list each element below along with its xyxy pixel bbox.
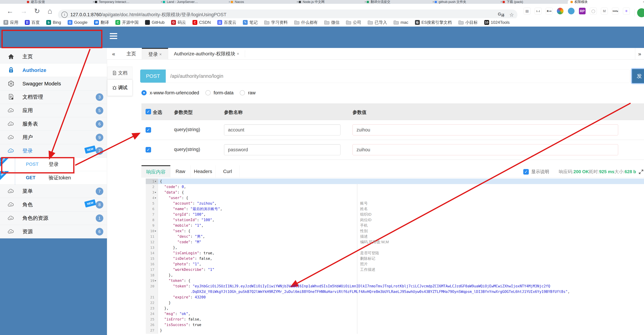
back-icon[interactable]: ← bbox=[6, 4, 14, 18]
sidebar-item-服务表[interactable]: API服务表6 bbox=[0, 117, 107, 131]
endpoint-item-post[interactable]: NEWPOST登录 bbox=[0, 158, 107, 171]
bookmark-item[interactable]: 已导入 bbox=[368, 20, 387, 25]
param-value-input[interactable]: zuihou bbox=[352, 124, 618, 136]
bookmark-item[interactable]: GitHub bbox=[145, 20, 164, 25]
radio-form-data[interactable] bbox=[206, 90, 210, 96]
bookmark-item[interactable]: 云百度云 bbox=[217, 20, 236, 25]
endpoint-item-get[interactable]: NEWGET验证token bbox=[0, 171, 107, 184]
json-viewer-icon[interactable]: {…} bbox=[535, 8, 542, 14]
menu-hamburger-icon[interactable] bbox=[110, 32, 117, 40]
o-ring-icon[interactable]: ◯ bbox=[590, 8, 597, 14]
bookmark-item[interactable]: ⠿应用 bbox=[4, 20, 18, 25]
response-tab-Headers[interactable]: Headers bbox=[190, 165, 216, 178]
fold-toggle-icon[interactable]: ▾ bbox=[155, 228, 156, 234]
select-all-checkbox[interactable]: ✓ bbox=[146, 109, 151, 114]
bookmark-item[interactable]: 什么都有 bbox=[294, 20, 318, 25]
page-capture-icon[interactable]: ▤ bbox=[524, 8, 530, 14]
tab-close-icon[interactable]: × bbox=[643, 0, 644, 4]
browser-tab[interactable]: 建言/反馈× bbox=[24, 0, 98, 4]
page-info-icon[interactable]: i bbox=[62, 12, 68, 18]
fold-toggle-icon[interactable]: ▾ bbox=[155, 195, 156, 200]
sidebar-item-应用[interactable]: API应用5 bbox=[0, 104, 107, 117]
bookmark-star-icon[interactable]: ☆ bbox=[509, 12, 514, 18]
forward-icon[interactable]: → bbox=[20, 4, 27, 18]
tabs-collapse-button[interactable]: « bbox=[112, 48, 115, 60]
response-tab-响应内容[interactable]: 响应内容 bbox=[142, 165, 170, 178]
response-tab-Raw[interactable]: Raw bbox=[170, 165, 190, 178]
bookmark-item[interactable]: mac bbox=[394, 20, 408, 25]
browser-tab[interactable]: Nacos× bbox=[228, 0, 301, 4]
sidebar-item-Swagger Models[interactable]: Swagger Models bbox=[0, 77, 107, 90]
home-icon[interactable]: ⌂ bbox=[48, 4, 52, 18]
bookmark-item[interactable]: 微信 bbox=[324, 20, 340, 25]
fold-toggle-icon[interactable]: ▾ bbox=[155, 278, 156, 284]
sidebar-item-资源[interactable]: API资源6 bbox=[0, 225, 107, 238]
sidebar-item-主页[interactable]: 主页 bbox=[0, 50, 107, 64]
chrome-extra-icon[interactable] bbox=[557, 8, 564, 14]
sidebar-item-角色[interactable]: API角色NEW8 bbox=[0, 198, 107, 212]
mode-tab-doc[interactable]: 文档 bbox=[107, 66, 132, 79]
radio-raw[interactable] bbox=[240, 90, 245, 96]
browser-tab[interactable]: Land - JumpServer…× bbox=[160, 0, 233, 4]
doc-tab-home[interactable]: 主页 bbox=[121, 48, 142, 60]
bookmark-item[interactable]: C开源中国 bbox=[116, 20, 138, 25]
doc-tab-close-icon[interactable]: × bbox=[159, 52, 162, 57]
bookmark-item[interactable]: ⧉ES搜索引擎文档 bbox=[415, 20, 452, 25]
sidebar-item-用户[interactable]: API用户9 bbox=[0, 131, 107, 144]
row-checkbox[interactable]: ✓ bbox=[146, 127, 151, 133]
translate-en-icon[interactable]: 英·en bbox=[546, 8, 552, 14]
translate-icon[interactable]: G译 bbox=[498, 12, 504, 18]
bookmark-item[interactable]: 学习资料 bbox=[264, 20, 288, 25]
mode-tab-debug[interactable]: 调试 bbox=[107, 79, 132, 96]
gitzip-icon[interactable]: GitZip bbox=[612, 8, 619, 14]
m-downloader-icon[interactable]: M bbox=[601, 8, 608, 14]
browser-tab[interactable]: 翻译分流提交× bbox=[364, 0, 437, 4]
param-value-input[interactable]: zuihou bbox=[352, 144, 618, 155]
profile-avatar[interactable] bbox=[637, 8, 644, 17]
show-description-checkbox[interactable]: ✓ bbox=[523, 169, 529, 174]
param-name-input[interactable]: account bbox=[224, 124, 340, 136]
browser-tab[interactable]: github push 文件夹× bbox=[432, 0, 505, 4]
sidebar-item-文档管理[interactable]: 文档管理3 bbox=[0, 90, 107, 104]
bookmark-item[interactable]: CCSDN bbox=[192, 20, 211, 25]
bookmark-item[interactable]: GGoogle bbox=[68, 20, 88, 25]
browser-tab[interactable]: Node.js 中文网× bbox=[296, 0, 369, 4]
sidebar-item-Authorize[interactable]: Authorize bbox=[0, 64, 107, 77]
sidebar-item-登录[interactable]: API登录NEW2 bbox=[0, 144, 107, 158]
send-button[interactable]: 发 bbox=[632, 69, 644, 83]
fold-toggle-icon[interactable]: ▾ bbox=[155, 178, 156, 184]
fold-toggle-icon[interactable]: ▾ bbox=[155, 190, 156, 195]
reload-icon[interactable]: ↻ bbox=[34, 4, 40, 18]
column-header: 全选 bbox=[153, 109, 162, 116]
expand-icon[interactable] bbox=[638, 169, 644, 174]
bookmark-item[interactable]: bBing bbox=[46, 20, 61, 25]
browser-tab[interactable]: 权限模块× bbox=[568, 0, 644, 4]
radio-x-www-form-urlencoded[interactable] bbox=[142, 90, 146, 96]
bookmark-item[interactable]: 小目标 bbox=[458, 20, 478, 25]
json-line: }, bbox=[160, 272, 173, 278]
bookmark-item[interactable]: G码云 bbox=[171, 20, 186, 25]
sidebar-item-角色的资源[interactable]: API角色的资源1 bbox=[0, 212, 107, 225]
bookmark-item[interactable]: ✎笔记 bbox=[243, 20, 258, 25]
response-tab-Curl[interactable]: Curl bbox=[216, 165, 240, 178]
header-search-input[interactable]: 请输入搜索内容 bbox=[605, 61, 639, 68]
param-name-input[interactable]: password bbox=[224, 144, 340, 155]
doc-tab-close-icon[interactable]: × bbox=[237, 52, 239, 56]
doc-tab-item[interactable]: 登录× bbox=[142, 48, 168, 60]
browser-tab[interactable]: Temporary Interact…× bbox=[92, 0, 166, 4]
rp-tool-icon[interactable]: RP bbox=[579, 8, 586, 14]
sidebar-item-菜单[interactable]: API菜单7 bbox=[0, 184, 107, 198]
field-annotation: 照片 bbox=[360, 261, 368, 267]
doc-tab-item[interactable]: Authorize-authority-权限模块× bbox=[168, 48, 245, 60]
line-number: 24 bbox=[146, 311, 154, 316]
row-checkbox[interactable]: ✓ bbox=[146, 147, 151, 152]
tabs-expand-button[interactable]: » bbox=[635, 48, 644, 60]
web-globe-icon[interactable] bbox=[568, 8, 575, 14]
bookmark-item[interactable]: 101024Tools bbox=[484, 20, 510, 25]
bookmark-item[interactable]: 公司 bbox=[346, 20, 361, 25]
count-badge: 8 bbox=[96, 201, 103, 208]
bookmark-item[interactable]: 百百度 bbox=[25, 20, 40, 25]
bookmark-item[interactable]: 译翻译 bbox=[94, 20, 109, 25]
browser-tab[interactable]: 下载 (pack)× bbox=[500, 0, 573, 4]
confetti-icon[interactable]: ✳ bbox=[623, 8, 630, 14]
